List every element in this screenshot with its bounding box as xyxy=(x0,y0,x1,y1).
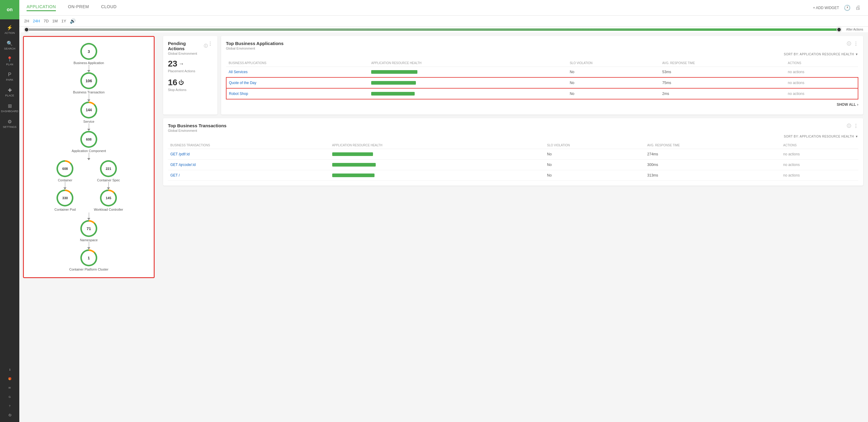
sidebar-item-action-label: ACTION xyxy=(4,31,15,34)
sidebar-item-gift[interactable]: 🎁 xyxy=(0,374,19,383)
plan-icon: 📍 xyxy=(7,56,13,62)
health-bar-cell xyxy=(369,88,567,99)
slo-cell: No xyxy=(545,160,645,170)
top-business-apps-card: Top Business Applications Global Environ… xyxy=(221,36,863,115)
node-cluster[interactable]: 1 Container Platform Cluster xyxy=(69,249,108,271)
sidebar-item-plan-label: PLAN xyxy=(6,63,13,66)
node-business-tx[interactable]: 106 Business Transaction xyxy=(73,72,105,94)
topology-diagram: 3 Business Application 106 xyxy=(30,43,148,271)
response-cell: 75ms xyxy=(660,77,785,88)
settings-icon: ⚙ xyxy=(7,119,12,124)
sidebar-item-park[interactable]: P PARK xyxy=(0,69,19,84)
node-container[interactable]: 608 Container xyxy=(57,160,73,182)
node-container-spec[interactable]: 221 Container Spec xyxy=(97,160,120,182)
table-row: GET /qrcode/:id No 300ms no actions xyxy=(168,160,858,170)
sidebar-item-google[interactable]: G xyxy=(0,392,19,401)
slo-cell: No xyxy=(567,88,660,99)
sidebar: on ⚡ ACTION 🔍 SEARCH 📍 PLAN P PARK ✚ PLA… xyxy=(0,0,19,422)
print-icon[interactable]: 🖨 xyxy=(855,4,861,11)
placement-label: Placement Actions xyxy=(168,69,213,73)
tx-name-qrcode[interactable]: GET /qrcode/:id xyxy=(168,160,330,170)
app-name-quote[interactable]: Quote of the Day xyxy=(226,77,369,88)
tx-table-header-row: Business Transactions Application Resour… xyxy=(168,142,858,149)
placement-arrow-icon: → xyxy=(179,61,184,67)
tx-name-root[interactable]: GET / xyxy=(168,170,330,181)
response-cell: 300ms xyxy=(645,160,781,170)
app-logo[interactable]: on xyxy=(0,0,19,19)
container-row: 608 Container 330 xyxy=(54,160,123,211)
help-icon: ? xyxy=(9,404,10,407)
col-slo: SLO Violation xyxy=(567,60,660,67)
table-row: GET / No 313ms no actions xyxy=(168,170,858,181)
actions-cell: no actions xyxy=(785,88,858,99)
topology-card: 3 Business Application 106 xyxy=(23,36,155,278)
after-actions-label: After Actions xyxy=(846,28,863,31)
sidebar-item-search-label: SEARCH xyxy=(4,47,16,50)
sidebar-item-search[interactable]: 🔍 SEARCH xyxy=(0,37,19,53)
node-business-app[interactable]: 3 Business Application xyxy=(74,43,104,65)
app-name-all-services[interactable]: All Services xyxy=(226,67,369,78)
top-tx-table: Business Transactions Application Resour… xyxy=(168,142,858,181)
tab-application[interactable]: APPLICATION xyxy=(27,4,56,11)
sidebar-nav: ⚡ ACTION 🔍 SEARCH 📍 PLAN P PARK ✚ PLACE … xyxy=(0,19,19,365)
sidebar-item-power[interactable]: ⏻ xyxy=(0,411,19,420)
pending-help-icon[interactable]: ⓘ xyxy=(204,43,208,49)
apps-sort-header[interactable]: SORT BY: APPLICATION RESOURCE HEALTH ▼ xyxy=(226,53,858,56)
place-icon: ✚ xyxy=(8,87,12,93)
stop-label: Stop Actions xyxy=(168,88,213,92)
timeline-slider[interactable]: After Actions xyxy=(19,27,868,32)
tab-on-prem[interactable]: ON-PREM xyxy=(68,4,89,11)
pending-more-icon[interactable]: ⋮ xyxy=(208,41,213,47)
apps-help-icon[interactable]: ⓘ xyxy=(847,41,851,47)
sidebar-item-help[interactable]: ? xyxy=(0,401,19,411)
sidebar-item-mail[interactable]: ✉ xyxy=(0,383,19,392)
node-workload-controller[interactable]: 145 Workload Controller xyxy=(94,190,123,211)
node-container-pod[interactable]: 330 Container Pod xyxy=(54,190,75,211)
gift-icon: 🎁 xyxy=(8,377,11,380)
info-icon: ℹ xyxy=(9,368,10,371)
nav-tabs: APPLICATION ON-PREM CLOUD xyxy=(27,4,813,11)
app-name-robot[interactable]: Robot Shop xyxy=(226,88,369,99)
tx-sort-header[interactable]: SORT BY: APPLICATION RESOURCE HEALTH ▼ xyxy=(168,135,858,138)
tx-help-icon[interactable]: ⓘ xyxy=(847,123,851,129)
table-row: Robot Shop No 2ms no actions xyxy=(226,88,858,99)
tx-more-icon[interactable]: ⋮ xyxy=(854,123,858,129)
sidebar-item-plan[interactable]: 📍 PLAN xyxy=(0,53,19,69)
tab-cloud[interactable]: CLOUD xyxy=(101,4,117,11)
time-1m[interactable]: 1M xyxy=(52,19,58,23)
node-namespace[interactable]: 71 Namespace xyxy=(80,220,98,242)
slo-cell: No xyxy=(545,170,645,181)
show-all-apps[interactable]: SHOW ALL › xyxy=(226,100,858,110)
time-1y[interactable]: 1Y xyxy=(61,19,66,23)
google-icon: G xyxy=(8,395,10,398)
sidebar-item-park-label: PARK xyxy=(6,78,13,81)
sidebar-item-place[interactable]: ✚ PLACE xyxy=(0,84,19,100)
park-icon: P xyxy=(8,72,11,77)
action-icon: ⚡ xyxy=(7,25,13,31)
col-slo: SLO Violation xyxy=(545,142,645,149)
sidebar-item-dashboard[interactable]: ⊞ DASHBOARD xyxy=(0,100,19,116)
response-cell: 2ms xyxy=(660,88,785,99)
history-icon[interactable]: 🕐 xyxy=(844,4,850,11)
response-cell: 274ms xyxy=(645,149,781,160)
time-7d[interactable]: 7D xyxy=(43,19,49,23)
add-widget-button[interactable]: + ADD WIDGET xyxy=(813,6,839,10)
top-apps-header: Top Business Applications Global Environ… xyxy=(226,41,858,50)
node-app-component[interactable]: 608 Application Component xyxy=(71,131,106,153)
col-tx: Business Transactions xyxy=(168,142,330,149)
col-actions: Actions xyxy=(785,60,858,67)
sound-icon[interactable]: 🔊 xyxy=(70,18,76,24)
pending-actions-header: Pending Actions ⓘ Global Environment ⋮ xyxy=(168,41,213,55)
time-24h[interactable]: 24H xyxy=(33,19,40,23)
sidebar-item-action[interactable]: ⚡ ACTION xyxy=(0,22,19,37)
col-response: Avg. Response Time xyxy=(645,142,781,149)
sidebar-item-settings[interactable]: ⚙ SETTINGS xyxy=(0,116,19,132)
top-apps-subtitle: Global Environment xyxy=(226,47,284,50)
tx-name-pdf[interactable]: GET /pdf/:id xyxy=(168,149,330,160)
apps-more-icon[interactable]: ⋮ xyxy=(854,41,858,47)
time-2h[interactable]: 2H xyxy=(24,19,29,23)
col-response: Avg. Response Time xyxy=(660,60,785,67)
node-service[interactable]: 144 Service xyxy=(80,102,97,123)
sidebar-item-info[interactable]: ℹ xyxy=(0,365,19,374)
chevron-right-icon: › xyxy=(857,103,858,107)
